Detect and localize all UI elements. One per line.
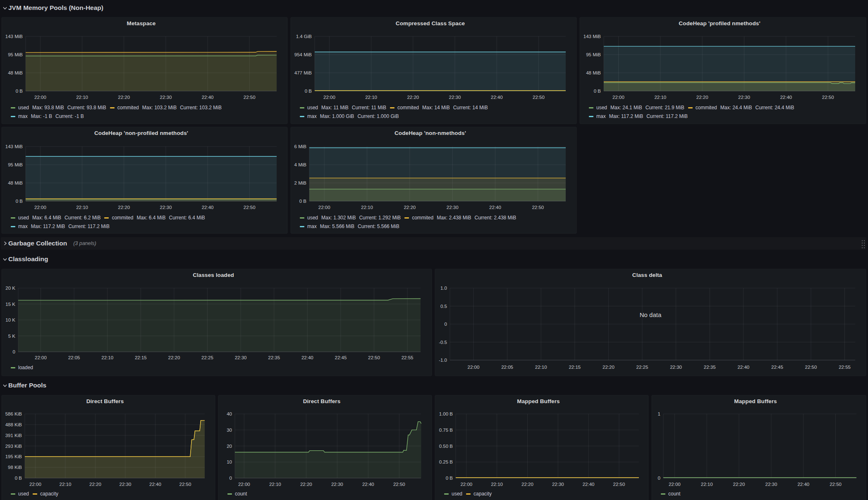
svg-text:488 KiB: 488 KiB xyxy=(5,422,22,427)
svg-text:22:10: 22:10 xyxy=(701,482,713,487)
svg-text:0: 0 xyxy=(445,322,447,327)
svg-text:0 B: 0 B xyxy=(16,199,23,204)
svg-text:4 MiB: 4 MiB xyxy=(294,162,307,167)
svg-text:22:20: 22:20 xyxy=(89,482,101,487)
svg-text:143 MiB: 143 MiB xyxy=(583,34,601,39)
svg-text:0 B: 0 B xyxy=(16,89,23,94)
svg-text:0 B: 0 B xyxy=(299,199,307,204)
svg-text:22:00: 22:00 xyxy=(669,482,681,487)
svg-text:1.0: 1.0 xyxy=(440,286,447,291)
svg-text:22:40: 22:40 xyxy=(301,355,313,360)
svg-text:95 MiB: 95 MiB xyxy=(8,52,23,57)
svg-text:0 B: 0 B xyxy=(305,89,312,94)
svg-text:22:05: 22:05 xyxy=(501,365,513,370)
svg-text:954 MiB: 954 MiB xyxy=(294,52,312,57)
svg-text:22:30: 22:30 xyxy=(160,95,172,100)
svg-text:22:15: 22:15 xyxy=(569,365,581,370)
svg-text:143 MiB: 143 MiB xyxy=(5,144,23,149)
svg-text:22:50: 22:50 xyxy=(822,95,834,100)
svg-text:98 KiB: 98 KiB xyxy=(8,465,22,470)
svg-text:477 MiB: 477 MiB xyxy=(294,70,312,75)
svg-text:22:10: 22:10 xyxy=(535,365,547,370)
svg-text:195 KiB: 195 KiB xyxy=(5,454,22,459)
svg-text:22:00: 22:00 xyxy=(238,482,250,487)
svg-text:22:30: 22:30 xyxy=(160,205,172,210)
svg-text:20: 20 xyxy=(227,444,232,449)
svg-text:391 KiB: 391 KiB xyxy=(5,433,22,438)
svg-text:22:25: 22:25 xyxy=(636,365,648,370)
svg-text:5 K: 5 K xyxy=(8,334,16,339)
svg-text:22:10: 22:10 xyxy=(101,355,113,360)
svg-text:22:30: 22:30 xyxy=(670,365,682,370)
svg-text:22:30: 22:30 xyxy=(738,95,750,100)
svg-text:22:10: 22:10 xyxy=(365,95,377,100)
svg-text:-1.0: -1.0 xyxy=(439,358,447,363)
svg-text:40: 40 xyxy=(227,411,232,416)
svg-text:22:20: 22:20 xyxy=(404,205,416,210)
svg-text:10 K: 10 K xyxy=(5,317,15,322)
svg-text:2 MiB: 2 MiB xyxy=(294,180,307,185)
svg-text:22:50: 22:50 xyxy=(244,95,256,100)
svg-text:293 KiB: 293 KiB xyxy=(5,444,22,449)
svg-text:0 B: 0 B xyxy=(15,476,22,481)
svg-text:22:50: 22:50 xyxy=(805,365,817,370)
svg-text:22:30: 22:30 xyxy=(235,355,247,360)
svg-text:22:00: 22:00 xyxy=(34,95,46,100)
svg-text:22:50: 22:50 xyxy=(244,205,256,210)
svg-text:22:10: 22:10 xyxy=(361,205,373,210)
svg-text:22:30: 22:30 xyxy=(765,482,777,487)
svg-text:22:10: 22:10 xyxy=(60,482,72,487)
svg-text:0.75 B: 0.75 B xyxy=(439,428,453,433)
svg-text:22:35: 22:35 xyxy=(268,355,280,360)
svg-text:22:30: 22:30 xyxy=(447,205,459,210)
svg-text:22:20: 22:20 xyxy=(300,482,312,487)
svg-text:22:55: 22:55 xyxy=(839,365,851,370)
svg-text:22:00: 22:00 xyxy=(612,95,624,100)
svg-text:22:10: 22:10 xyxy=(76,95,88,100)
svg-text:0 B: 0 B xyxy=(446,476,453,481)
svg-text:22:20: 22:20 xyxy=(168,355,180,360)
svg-text:22:10: 22:10 xyxy=(269,482,281,487)
svg-text:22:20: 22:20 xyxy=(407,95,419,100)
svg-text:22:20: 22:20 xyxy=(603,365,615,370)
svg-text:48 MiB: 48 MiB xyxy=(8,180,23,185)
svg-text:0: 0 xyxy=(13,349,15,354)
svg-text:22:50: 22:50 xyxy=(830,482,842,487)
svg-text:22:50: 22:50 xyxy=(368,355,380,360)
svg-text:22:30: 22:30 xyxy=(331,482,343,487)
svg-text:48 MiB: 48 MiB xyxy=(586,70,601,75)
svg-text:22:20: 22:20 xyxy=(696,95,708,100)
svg-text:0: 0 xyxy=(230,476,232,481)
svg-text:1.00 B: 1.00 B xyxy=(439,411,453,416)
svg-text:0 B: 0 B xyxy=(594,89,601,94)
svg-text:22:45: 22:45 xyxy=(771,365,783,370)
svg-text:22:40: 22:40 xyxy=(202,205,214,210)
svg-text:22:30: 22:30 xyxy=(120,482,132,487)
svg-text:22:55: 22:55 xyxy=(402,355,414,360)
svg-text:30: 30 xyxy=(227,428,232,433)
svg-text:143 MiB: 143 MiB xyxy=(5,34,23,39)
svg-text:22:00: 22:00 xyxy=(318,205,330,210)
svg-text:22:50: 22:50 xyxy=(533,95,545,100)
svg-text:22:40: 22:40 xyxy=(362,482,374,487)
svg-text:95 MiB: 95 MiB xyxy=(586,52,601,57)
svg-text:22:20: 22:20 xyxy=(118,95,130,100)
svg-text:22:40: 22:40 xyxy=(491,95,503,100)
svg-text:22:40: 22:40 xyxy=(583,482,595,487)
svg-text:22:10: 22:10 xyxy=(491,482,503,487)
svg-text:6 MiB: 6 MiB xyxy=(294,144,307,149)
svg-text:22:15: 22:15 xyxy=(135,355,147,360)
svg-text:22:40: 22:40 xyxy=(489,205,501,210)
svg-text:20 K: 20 K xyxy=(5,286,15,291)
svg-text:22:20: 22:20 xyxy=(733,482,745,487)
svg-text:22:50: 22:50 xyxy=(532,205,544,210)
svg-text:22:10: 22:10 xyxy=(654,95,666,100)
svg-text:1: 1 xyxy=(658,411,660,416)
svg-text:22:35: 22:35 xyxy=(704,365,716,370)
svg-text:-0.5: -0.5 xyxy=(439,340,447,345)
svg-text:22:00: 22:00 xyxy=(323,95,335,100)
svg-text:22:40: 22:40 xyxy=(149,482,161,487)
svg-text:22:05: 22:05 xyxy=(68,355,80,360)
svg-text:15 K: 15 K xyxy=(5,302,15,307)
svg-text:22:40: 22:40 xyxy=(737,365,749,370)
